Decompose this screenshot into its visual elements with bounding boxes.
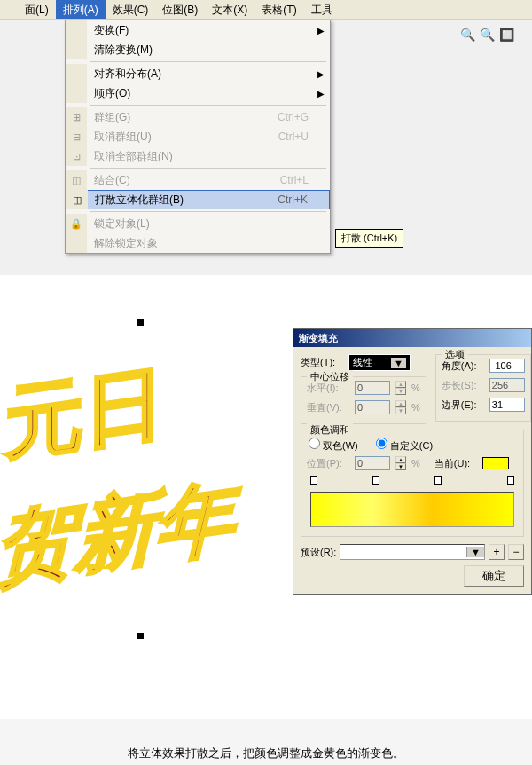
ruler-mark: 4350 bbox=[18, 109, 35, 125]
blend-group: 颜色调和 双色(W) 自定义(C) 位置(P): ▲▼ % 当前(U): bbox=[301, 430, 524, 537]
horiz-spinner: ▲▼ bbox=[395, 381, 406, 395]
ok-button[interactable]: 确定 bbox=[464, 565, 524, 587]
top-section: 4350 4700 面(L) 排列(A) 效果(C) 位图(B) 文本(X) 表… bbox=[0, 0, 532, 275]
submenu-arrow-icon: ▶ bbox=[317, 69, 325, 79]
dropdown-arrow-icon: ▼ bbox=[466, 547, 484, 557]
dropdown-arrow-icon: ▼ bbox=[391, 358, 406, 368]
type-label: 类型(T): bbox=[301, 356, 343, 369]
menubar: 面(L) 排列(A) 效果(C) 位图(B) 文本(X) 表格(T) 工具 bbox=[0, 0, 532, 20]
menu-combine: ◫ 结合(C) Ctrl+L bbox=[66, 170, 330, 190]
zoom-out-icon[interactable]: 🔍 bbox=[479, 27, 495, 43]
edge-label: 边界(E): bbox=[442, 398, 484, 412]
menu-separator bbox=[90, 105, 326, 106]
type-select[interactable]: 线性 ▼ bbox=[348, 354, 411, 371]
selection-handle[interactable] bbox=[137, 633, 144, 639]
vert-label: 垂直(V): bbox=[307, 401, 349, 414]
horiz-input bbox=[355, 381, 390, 395]
menu-table[interactable]: 表格(T) bbox=[254, 0, 303, 19]
vert-spinner: ▲▼ bbox=[395, 400, 406, 414]
menu-transform[interactable]: 变换(F) ▶ bbox=[66, 20, 330, 40]
position-input bbox=[355, 456, 390, 470]
break-apart-tooltip: 打散 (Ctrl+K) bbox=[335, 229, 403, 248]
gradient-stop[interactable] bbox=[507, 476, 514, 485]
selection-handle[interactable] bbox=[137, 319, 144, 326]
combine-icon: ◫ bbox=[66, 170, 87, 190]
menu-text[interactable]: 文本(X) bbox=[205, 0, 254, 19]
gradient-fill-dialog: 渐变填充 类型(T): 线性 ▼ 中心位移 水平(I): bbox=[293, 328, 532, 595]
menu-lock: 🔒 锁定对象(L) bbox=[66, 214, 330, 233]
submenu-arrow-icon: ▶ bbox=[317, 89, 325, 99]
gradient-stop[interactable] bbox=[434, 476, 442, 485]
menu-align-distribute[interactable]: 对齐和分布(A) ▶ bbox=[66, 64, 330, 83]
current-color-swatch[interactable] bbox=[482, 457, 509, 469]
arrange-dropdown: 变换(F) ▶ 清除变换(M) 对齐和分布(A) ▶ 顺序(O) ▶ ⊞ 群组(… bbox=[65, 20, 331, 254]
zoom-in-icon[interactable]: 🔍 bbox=[459, 27, 475, 43]
ungroup-all-icon: ⊡ bbox=[66, 146, 87, 166]
bottom-section: 元日 贺新年 渐变填充 类型(T): 线性 ▼ 中 bbox=[0, 293, 532, 719]
menu-tools[interactable]: 工具 bbox=[304, 0, 340, 19]
menu-effects[interactable]: 效果(C) bbox=[106, 0, 156, 19]
menu-unlock: 解除锁定对象 bbox=[66, 233, 330, 253]
step-input bbox=[489, 378, 525, 392]
preset-select[interactable]: ▼ bbox=[340, 544, 485, 560]
menu-arrange[interactable]: 排列(A) bbox=[56, 0, 106, 19]
preset-label: 预设(R): bbox=[301, 546, 336, 559]
menu-separator bbox=[90, 168, 326, 169]
gradient-preview bbox=[310, 492, 514, 527]
offset-group: 中心位移 水平(I): ▲▼ % 垂直(V): ▲▼ % bbox=[301, 376, 426, 424]
menu-group: ⊞ 群组(G) Ctrl+G bbox=[66, 107, 330, 127]
lock-icon: 🔒 bbox=[66, 214, 87, 233]
custom-radio[interactable]: 自定义(C) bbox=[376, 438, 433, 453]
ungroup-icon: ⊟ bbox=[66, 127, 87, 146]
tutorial-caption: 将立体效果打散之后，把颜色调整成金黄色的渐变色。 bbox=[0, 719, 532, 765]
text-artwork: 元日 贺新年 bbox=[0, 311, 293, 666]
menu-clear-transform[interactable]: 清除变换(M) bbox=[66, 40, 330, 59]
preset-add-button[interactable]: + bbox=[489, 544, 505, 560]
menu-break-apart[interactable]: ◫ 打散立体化群组(B) Ctrl+K bbox=[66, 190, 330, 209]
menu-ungroup: ⊟ 取消群组(U) Ctrl+U bbox=[66, 127, 330, 146]
svg-text:贺新年: 贺新年 bbox=[0, 470, 242, 595]
edge-input[interactable] bbox=[489, 398, 525, 412]
vanish-point-control: 灭点 bbox=[461, 80, 505, 95]
break-apart-icon: ◫ bbox=[66, 190, 88, 209]
current-label: 当前(U): bbox=[434, 457, 477, 470]
dialog-title: 渐变填充 bbox=[293, 329, 531, 347]
position-spinner: ▲▼ bbox=[395, 456, 406, 470]
gradient-stop[interactable] bbox=[310, 476, 317, 485]
zoom-toolbar: 🔍 🔍 🔲 bbox=[459, 27, 514, 43]
menu-order[interactable]: 顺序(O) ▶ bbox=[66, 83, 330, 103]
ruler-mark: 4700 bbox=[372, 109, 390, 125]
zoom-fit-icon[interactable]: 🔲 bbox=[498, 27, 514, 43]
vanish-select[interactable] bbox=[486, 81, 505, 95]
position-label: 位置(P): bbox=[307, 457, 349, 470]
vanish-label: 灭点 bbox=[461, 80, 482, 95]
vert-input bbox=[355, 400, 390, 414]
menu-ungroup-all: ⊡ 取消全部群组(N) bbox=[66, 146, 330, 166]
menu-page[interactable]: 面(L) bbox=[18, 0, 56, 19]
menu-separator bbox=[90, 61, 326, 62]
svg-text:元日: 元日 bbox=[4, 358, 163, 469]
angle-input[interactable] bbox=[489, 359, 525, 373]
menu-bitmap[interactable]: 位图(B) bbox=[155, 0, 205, 19]
gradient-slider[interactable] bbox=[310, 476, 514, 486]
preset-remove-button[interactable]: − bbox=[508, 544, 524, 560]
submenu-arrow-icon: ▶ bbox=[317, 26, 325, 35]
gradient-stop[interactable] bbox=[372, 476, 379, 485]
two-color-radio[interactable]: 双色(W) bbox=[309, 438, 358, 453]
menu-separator bbox=[90, 211, 326, 212]
group-icon: ⊞ bbox=[66, 107, 87, 127]
step-label: 步长(S): bbox=[442, 379, 484, 392]
options-group: 选项 角度(A): 步长(S): 边界(E): bbox=[435, 354, 531, 422]
